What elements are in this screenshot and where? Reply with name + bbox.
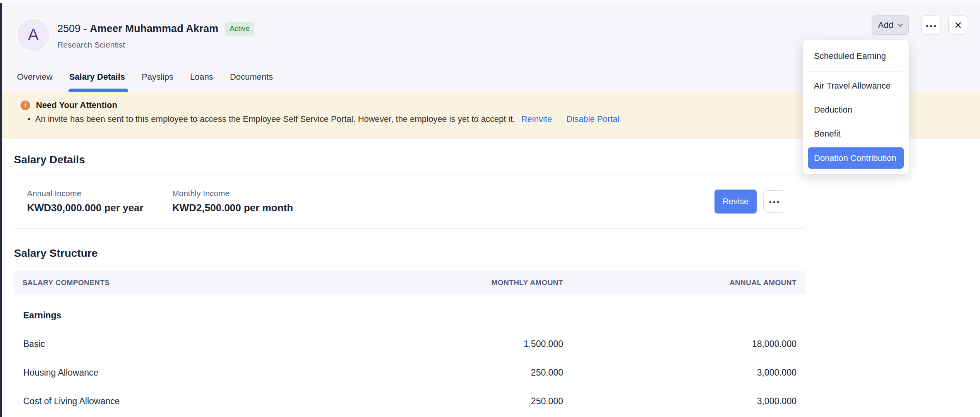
title-block: 2509 - Ameer Muhammad Akram Active Resea… [57, 22, 254, 50]
close-icon: ✕ [954, 21, 962, 30]
salary-structure-table: SALARY COMPONENTS MONTHLY AMOUNT ANNUAL … [14, 271, 805, 415]
ellipsis-icon [925, 22, 937, 28]
monthly-income-value: KWD2,500.000 per month [172, 202, 317, 214]
monthly-income-label: Monthly Income [172, 189, 317, 198]
component-name: Basic [14, 339, 447, 349]
menu-divider [809, 71, 903, 72]
table-row[interactable]: Basic 1,500.000 18,000.000 [14, 330, 805, 358]
menu-item-scheduled-earning[interactable]: Scheduled Earning [808, 45, 904, 67]
banner-message: An invite has been sent to this employee… [35, 114, 515, 124]
annual-income-value: KWD30,000.000 per year [27, 202, 172, 214]
employee-number: 2509 - [57, 23, 90, 35]
column-header-annual: ANNUAL AMOUNT [563, 279, 805, 287]
menu-item-donation-contribution[interactable]: Donation Contribution [808, 147, 904, 169]
banner-title: Need Your Attention [36, 100, 117, 110]
table-header-row: SALARY COMPONENTS MONTHLY AMOUNT ANNUAL … [14, 271, 805, 294]
link-divider [559, 114, 559, 124]
menu-item-air-travel-allowance[interactable]: Air Travel Allowance [808, 75, 904, 97]
backdrop-edge [0, 3, 2, 417]
monthly-income-block: Monthly Income KWD2,500.000 per month [172, 189, 317, 214]
header-actions: Add ✕ [872, 15, 968, 35]
salary-structure-heading: Salary Structure [14, 247, 805, 260]
add-button-label: Add [878, 20, 893, 30]
more-button[interactable] [921, 15, 941, 35]
salary-details-heading: Salary Details [14, 139, 805, 166]
column-header-components: SALARY COMPONENTS [14, 279, 447, 287]
menu-item-deduction[interactable]: Deduction [808, 99, 904, 121]
annual-amount: 18,000.000 [563, 339, 805, 349]
info-icon: i [21, 101, 30, 110]
annual-amount: 3,000.000 [563, 396, 805, 407]
ellipsis-icon [769, 198, 780, 204]
top-strip [0, 0, 980, 3]
tab-overview[interactable]: Overview [17, 72, 53, 92]
chevron-down-icon [898, 21, 903, 27]
table-body: Earnings Basic 1,500.000 18,000.000 Hous… [14, 294, 805, 415]
monthly-amount: 250.000 [447, 367, 563, 378]
tab-documents[interactable]: Documents [230, 72, 273, 92]
revise-button[interactable]: Revise [714, 190, 757, 214]
annual-income-label: Annual Income [27, 189, 172, 198]
table-row[interactable]: Cost of Living Allowance 250.000 3,000.0… [14, 387, 805, 415]
group-label: Earnings [14, 310, 447, 321]
income-card: Annual Income KWD30,000.000 per year Mon… [14, 174, 805, 229]
menu-item-benefit[interactable]: Benefit [808, 123, 904, 145]
avatar: A [15, 17, 51, 53]
active-tab-indicator [69, 89, 128, 92]
page-title: 2509 - Ameer Muhammad Akram [57, 23, 218, 35]
tab-loans[interactable]: Loans [190, 72, 213, 92]
disable-portal-link[interactable]: Disable Portal [566, 114, 619, 124]
monthly-amount: 1,500.000 [447, 339, 563, 349]
main-content: Salary Details Annual Income KWD30,000.0… [14, 139, 805, 415]
tab-bar: Overview Salary Details Payslips Loans D… [17, 72, 273, 92]
add-button[interactable]: Add [872, 15, 909, 35]
employee-detail-panel: A 2509 - Ameer Muhammad Akram Active Res… [0, 0, 980, 417]
bullet-icon: • [27, 114, 31, 124]
monthly-amount: 250.000 [447, 396, 563, 407]
component-name: Cost of Living Allowance [14, 396, 447, 407]
component-name: Housing Allowance [14, 367, 447, 378]
close-button[interactable]: ✕ [948, 15, 968, 35]
table-row[interactable]: Housing Allowance 250.000 3,000.000 [14, 358, 805, 387]
add-dropdown-menu: Scheduled Earning Air Travel Allowance D… [803, 40, 909, 174]
reinvite-link[interactable]: Reinvite [521, 114, 552, 124]
tab-payslips[interactable]: Payslips [142, 72, 173, 92]
status-badge: Active [225, 22, 254, 36]
group-row-earnings: Earnings [14, 301, 805, 330]
designation: Research Scientist [57, 40, 254, 50]
annual-income-block: Annual Income KWD30,000.000 per year [27, 189, 172, 214]
column-header-monthly: MONTHLY AMOUNT [447, 279, 563, 287]
tab-salary-details[interactable]: Salary Details [69, 72, 125, 92]
employee-name: Ameer Muhammad Akram [90, 23, 218, 35]
card-more-button[interactable] [763, 190, 785, 213]
annual-amount: 3,000.000 [563, 367, 805, 378]
